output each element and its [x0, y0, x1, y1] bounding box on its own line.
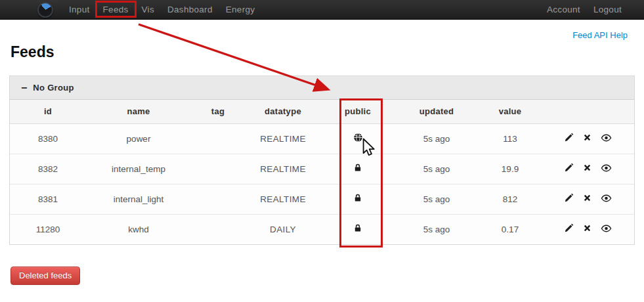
deleted-feeds-button[interactable]: Deleted feeds	[11, 267, 80, 285]
nav-item-logout: Logout	[587, 0, 628, 19]
table-row: 8380 power REALTIME	[10, 123, 634, 154]
feed-tag	[191, 123, 245, 154]
column-header-actions	[542, 100, 634, 123]
column-header-value: value	[479, 100, 542, 123]
feed-tag	[191, 184, 245, 214]
feed-updated: 5s ago	[395, 123, 479, 154]
feed-actions	[542, 184, 634, 214]
page-title: Feeds	[11, 43, 644, 61]
column-header-public: public	[321, 100, 395, 123]
table-row: 8382 internal_temp REALTIME	[10, 154, 634, 184]
feed-public-cell[interactable]	[321, 184, 395, 214]
feed-name: kwhd	[86, 214, 191, 244]
feed-value: 113	[479, 123, 542, 154]
feed-tag	[191, 214, 245, 244]
nav-item-feeds: Feeds	[97, 0, 135, 19]
delete-x-icon[interactable]	[583, 194, 591, 204]
feed-datatype: DAILY	[245, 214, 321, 244]
lock-icon[interactable]	[353, 163, 362, 175]
feed-name: internal_light	[86, 184, 191, 214]
nav-link-dashboard[interactable]: Dashboard	[161, 0, 219, 19]
globe-icon[interactable]	[353, 133, 363, 144]
feed-id: 8382	[10, 154, 86, 184]
feeds-table: id name tag datatype public updated valu…	[10, 100, 634, 244]
view-eye-icon[interactable]	[601, 133, 612, 144]
column-header-tag: tag	[191, 100, 245, 123]
view-eye-icon[interactable]	[601, 224, 612, 235]
collapse-minus-icon[interactable]: −	[21, 83, 27, 93]
nav-menu-right: Account Logout	[540, 0, 628, 19]
feed-public-cell[interactable]	[321, 214, 395, 244]
feed-name: internal_temp	[86, 154, 191, 184]
feed-public-cell[interactable]	[321, 154, 395, 184]
nav-link-logout[interactable]: Logout	[587, 0, 628, 19]
api-help-row: Feed API Help	[0, 20, 644, 42]
feeds-table-head: id name tag datatype public updated valu…	[10, 100, 634, 123]
nav-item-energy: Energy	[219, 0, 262, 19]
feed-actions	[542, 123, 634, 154]
table-row: 11280 kwhd DAILY	[10, 214, 634, 244]
feed-id: 11280	[10, 214, 86, 244]
column-header-name: name	[86, 100, 191, 123]
delete-x-icon[interactable]	[583, 224, 591, 234]
feed-actions	[542, 214, 634, 244]
lock-icon[interactable]	[353, 193, 362, 205]
column-header-id: id	[10, 100, 86, 123]
nav-link-vis[interactable]: Vis	[135, 0, 161, 19]
delete-x-icon[interactable]	[583, 163, 591, 174]
table-row: 8381 internal_light REALTIME	[10, 184, 634, 214]
feed-datatype: REALTIME	[245, 123, 321, 154]
lock-icon[interactable]	[353, 223, 362, 235]
feed-updated: 5s ago	[395, 184, 479, 214]
emoncms-logo-icon[interactable]	[37, 2, 53, 18]
view-eye-icon[interactable]	[601, 194, 612, 205]
feed-name: power	[86, 123, 191, 154]
nav-link-feeds[interactable]: Feeds	[97, 0, 135, 19]
feed-tag	[191, 154, 245, 184]
nav-item-account: Account	[540, 0, 587, 19]
nav-item-input: Input	[62, 0, 97, 19]
group-label: No Group	[33, 83, 74, 93]
delete-x-icon[interactable]	[583, 133, 591, 144]
nav-link-input[interactable]: Input	[62, 0, 97, 19]
feed-id: 8380	[10, 123, 86, 154]
feed-updated: 5s ago	[395, 154, 479, 184]
feed-api-help-link[interactable]: Feed API Help	[572, 30, 628, 40]
nav-item-dashboard: Dashboard	[161, 0, 219, 19]
nav-menu: Input Feeds Vis Dashboard Energy	[62, 0, 261, 19]
edit-pencil-icon[interactable]	[564, 163, 574, 175]
feeds-table-container: − No Group id name tag datatype public u…	[9, 76, 635, 245]
feed-value: 19.9	[479, 154, 542, 184]
edit-pencil-icon[interactable]	[564, 223, 574, 235]
feed-id: 8381	[10, 184, 86, 214]
view-eye-icon[interactable]	[601, 163, 612, 175]
navbar: Input Feeds Vis Dashboard Energy Account…	[0, 0, 644, 20]
feed-public-cell[interactable]	[321, 123, 395, 154]
nav-item-vis: Vis	[135, 0, 161, 19]
feeds-page: Input Feeds Vis Dashboard Energy Account…	[0, 0, 644, 302]
feed-actions	[542, 154, 634, 184]
column-header-datatype: datatype	[245, 100, 321, 123]
feed-value: 812	[479, 184, 542, 214]
edit-pencil-icon[interactable]	[564, 193, 574, 205]
feed-value: 0.17	[479, 214, 542, 244]
feed-datatype: REALTIME	[245, 184, 321, 214]
group-header-no-group[interactable]: − No Group	[10, 76, 634, 100]
edit-pencil-icon[interactable]	[564, 133, 574, 144]
feed-datatype: REALTIME	[245, 154, 321, 184]
feed-updated: 5s ago	[395, 214, 479, 244]
nav-link-energy[interactable]: Energy	[219, 0, 262, 19]
feeds-table-body: 8380 power REALTIME	[10, 123, 634, 244]
nav-link-account[interactable]: Account	[540, 0, 587, 19]
column-header-updated: updated	[395, 100, 479, 123]
